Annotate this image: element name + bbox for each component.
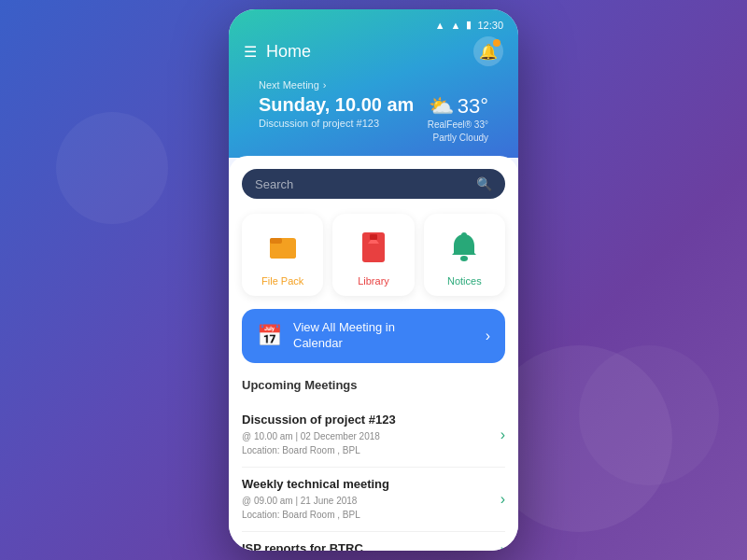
next-meeting-label: Next Meeting › [259, 79, 488, 91]
meeting-row: Sunday, 10.00 am Discussion of project #… [259, 94, 488, 145]
svg-rect-2 [270, 238, 282, 244]
meeting-item-0-time: @ 10.00 am | 02 December 2018 [242, 429, 491, 443]
battery-icon: ▮ [466, 19, 472, 31]
nav-bar: ☰ Home 🔔 [244, 36, 503, 66]
header: ▲ ▲ ▮ 12:30 ☰ Home 🔔 Next Meeting › Sund… [229, 9, 518, 158]
search-placeholder: Search [255, 177, 476, 191]
weather-description: RealFeel® 33° Partly Cloudy [428, 119, 488, 145]
bell-icon: 🔔 [479, 43, 498, 61]
weather-icon: ⛅ [429, 94, 454, 119]
action-card-notices[interactable]: Notices [424, 214, 505, 296]
meeting-item-1-content: Weekly technical meeting @ 09.00 am | 21… [242, 477, 491, 522]
library-icon [353, 227, 394, 268]
action-card-file-pack[interactable]: File Pack [242, 214, 323, 296]
meeting-item-0-title: Discussion of project #123 [242, 413, 491, 427]
file-pack-icon [262, 227, 303, 268]
svg-rect-5 [370, 234, 377, 240]
status-bar: ▲ ▲ ▮ 12:30 [244, 19, 503, 31]
notices-label: Notices [447, 275, 482, 287]
meeting-item-0-arrow: › [500, 427, 505, 443]
card-body: Search 🔍 File Pack [229, 156, 518, 551]
meeting-item-2-title: ISP reports for BTRC [242, 541, 491, 551]
quick-actions: File Pack Library [242, 214, 505, 296]
calendar-icon: 📅 [257, 324, 282, 348]
nav-left: ☰ Home [244, 42, 311, 62]
meeting-item-2[interactable]: ISP reports for BTRC › [242, 532, 505, 551]
status-time: 12:30 [477, 20, 503, 31]
calendar-button[interactable]: 📅 View All Meeting in Calendar › [242, 309, 505, 363]
svg-point-6 [460, 256, 468, 261]
svg-rect-1 [270, 242, 296, 259]
meeting-section: Next Meeting › Sunday, 10.00 am Discussi… [244, 79, 503, 158]
calendar-button-text: View All Meeting in Calendar [293, 320, 474, 352]
meeting-item-1-arrow: › [500, 491, 505, 508]
weather-box: ⛅ 33° RealFeel® 33° Partly Cloudy [428, 94, 488, 145]
library-label: Library [358, 275, 389, 287]
search-bar[interactable]: Search 🔍 [242, 169, 505, 199]
weather-temperature: 33° [458, 94, 488, 119]
meeting-time: Sunday, 10.00 am [259, 94, 414, 116]
action-card-library[interactable]: Library [332, 214, 414, 296]
meeting-item-2-arrow: › [500, 541, 505, 551]
wifi-icon: ▲ [435, 20, 445, 31]
meeting-item-0-content: Discussion of project #123 @ 10.00 am | … [242, 413, 491, 457]
hamburger-icon[interactable]: ☰ [244, 43, 257, 61]
meeting-item-0-location: Location: Board Room , BPL [242, 443, 491, 457]
meeting-item-1[interactable]: Weekly technical meeting @ 09.00 am | 21… [242, 468, 505, 532]
meeting-info: Sunday, 10.00 am Discussion of project #… [259, 94, 414, 129]
notification-bell[interactable]: 🔔 [473, 36, 503, 66]
meeting-item-1-time: @ 09.00 am | 21 June 2018 [242, 494, 491, 508]
meeting-item-0[interactable]: Discussion of project #123 @ 10.00 am | … [242, 403, 505, 468]
notices-icon [444, 227, 485, 268]
search-icon: 🔍 [476, 176, 492, 191]
calendar-arrow-icon: › [486, 328, 490, 344]
meeting-item-2-content: ISP reports for BTRC [242, 541, 491, 551]
page-title: Home [266, 42, 311, 62]
file-pack-label: File Pack [261, 275, 303, 287]
meeting-item-1-location: Location: Board Room , BPL [242, 508, 491, 522]
signal-icon: ▲ [451, 20, 461, 31]
weather-top: ⛅ 33° [428, 94, 488, 119]
meeting-description: Discussion of project #123 [259, 118, 414, 129]
upcoming-meetings-title: Upcoming Meetings [242, 378, 505, 392]
meeting-item-1-title: Weekly technical meeting [242, 477, 491, 491]
next-meeting-chevron: › [323, 79, 327, 91]
phone-frame: ▲ ▲ ▮ 12:30 ☰ Home 🔔 Next Meeting › Sund… [229, 9, 518, 551]
svg-point-7 [461, 232, 467, 238]
